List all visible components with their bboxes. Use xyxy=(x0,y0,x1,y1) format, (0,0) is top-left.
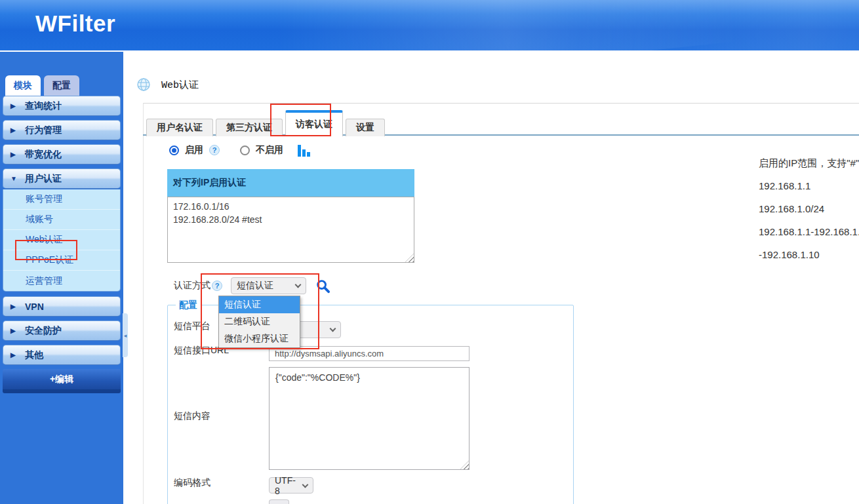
tab-guest-auth[interactable]: 访客认证 xyxy=(285,110,343,136)
arrow-right-icon: ▶ xyxy=(10,126,18,134)
auth-method-selected: 短信认证 xyxy=(237,280,273,292)
dropdown-option-wechat-mini[interactable]: 微信小程序认证 xyxy=(219,330,300,347)
sidebar-item-label: 查询统计 xyxy=(25,100,62,112)
page-title-row: Web认证 xyxy=(137,78,199,91)
sidebar-item-label: 域账号 xyxy=(26,214,53,225)
sidebar-item-label: Web认证 xyxy=(26,234,63,246)
auth-method-row: 认证方式 ? 短信认证 xyxy=(174,277,330,294)
sidebar-item-label: 其他 xyxy=(25,349,43,361)
chevron-down-icon xyxy=(330,326,336,332)
sidebar-item-label: 行为管理 xyxy=(25,125,62,136)
sidebar-item-label: 运营管理 xyxy=(26,275,62,287)
sidebar-item-behavior-mgmt[interactable]: ▶ 行为管理 xyxy=(3,120,121,140)
sidebar-item-account-mgmt[interactable]: 账号管理 xyxy=(3,189,120,210)
enable-radio-label: 启用 xyxy=(185,144,203,156)
main-content: Web认证 用户名认证 第三方认证 访客认证 设置 启用 ? 不启用 对下列IP… xyxy=(131,50,859,504)
tab-settings[interactable]: 设置 xyxy=(346,119,385,136)
sidebar-item-web-auth[interactable]: Web认证 xyxy=(3,230,120,250)
help-line: 192.168.1.1 xyxy=(759,180,859,189)
edit-menu-button[interactable]: +编辑 xyxy=(3,369,121,393)
sidebar-item-label: 安全防护 xyxy=(25,325,62,337)
arrow-right-icon: ▶ xyxy=(10,151,18,158)
sidebar-item-vpn[interactable]: ▶ VPN xyxy=(3,296,121,317)
chevron-down-icon xyxy=(295,282,302,288)
auth-method-select[interactable]: 短信认证 xyxy=(231,277,306,294)
tab-thirdparty-auth[interactable]: 第三方认证 xyxy=(216,119,283,136)
tabstrip: 用户名认证 第三方认证 访客认证 设置 xyxy=(146,110,385,136)
arrow-right-icon: ▶ xyxy=(10,102,18,109)
question-glyph: ? xyxy=(215,282,220,290)
page-title: Web认证 xyxy=(161,79,199,91)
sidebar-item-query-stats[interactable]: ▶ 查询统计 xyxy=(3,96,121,116)
sidebar-item-pppoe-auth[interactable]: PPPoE认证 xyxy=(3,250,120,271)
sidebar-item-label: PPPoE认证 xyxy=(26,254,73,266)
auth-method-label: 认证方式 xyxy=(174,280,210,292)
help-line: 启用的IP范围，支持"#"注 xyxy=(759,157,859,166)
collapse-arrow-icon: ◂ xyxy=(124,332,127,339)
disable-radio[interactable] xyxy=(240,145,250,155)
sidebar-collapse-handle[interactable]: ◂ xyxy=(123,313,128,357)
sms-content-label: 短信内容 xyxy=(174,410,210,422)
sidebar-item-label: 账号管理 xyxy=(26,193,62,205)
arrow-down-icon: ▼ xyxy=(10,175,18,182)
sms-platform-label: 短信平台 xyxy=(174,320,210,332)
bar-chart-icon[interactable] xyxy=(296,143,310,157)
auth-method-dropdown: 短信认证 二维码认证 微信小程序认证 xyxy=(218,296,300,348)
sidebar-item-domain-account[interactable]: 域账号 xyxy=(3,210,120,230)
enable-radio[interactable] xyxy=(169,145,179,155)
help-line: -192.168.1.10 xyxy=(759,249,859,258)
sidebar-submenu-user-auth: 账号管理 域账号 Web认证 PPPoE认证 运营管理 xyxy=(3,189,121,292)
help-line: 192.168.1.0/24 xyxy=(759,203,859,212)
arrow-right-icon: ▶ xyxy=(10,351,18,359)
encoding-label: 编码格式 xyxy=(174,477,210,489)
arrow-right-icon: ▶ xyxy=(10,327,18,334)
sidebar-tab-config[interactable]: 配置 xyxy=(44,75,79,96)
sidebar-item-operation-mgmt[interactable]: 运营管理 xyxy=(3,271,120,291)
globe-icon xyxy=(137,78,150,91)
ip-section-header: 对下列IP启用认证 xyxy=(167,169,414,197)
ip-range-textarea[interactable]: 172.16.0.1/16 192.168.28.0/24 #test xyxy=(167,197,414,263)
config-legend: 配置 xyxy=(176,300,201,311)
sms-url-input[interactable] xyxy=(269,346,469,361)
enable-radio-group: 启用 ? 不启用 xyxy=(169,143,310,157)
sidebar: 模块 配置 ▶ 查询统计 ▶ 行为管理 ▶ 带宽优化 ▼ 用户认证 账号管理 域… xyxy=(0,50,123,504)
sidebar-item-bandwidth[interactable]: ▶ 带宽优化 xyxy=(3,144,121,165)
sidebar-item-label: 带宽优化 xyxy=(25,149,62,161)
brand-logo: WFilter xyxy=(35,10,115,37)
help-icon[interactable]: ? xyxy=(212,281,222,291)
arrow-right-icon: ▶ xyxy=(10,303,18,310)
tab-username-auth[interactable]: 用户名认证 xyxy=(146,119,213,136)
dropdown-option-sms[interactable]: 短信认证 xyxy=(219,296,300,313)
search-icon[interactable] xyxy=(315,279,330,294)
help-icon[interactable]: ? xyxy=(209,145,220,155)
top-banner: WFilter xyxy=(0,0,859,50)
banner-streak xyxy=(574,0,859,50)
sidebar-item-user-auth[interactable]: ▼ 用户认证 xyxy=(3,168,121,189)
dropdown-option-qrcode[interactable]: 二维码认证 xyxy=(219,313,300,330)
sidebar-item-others[interactable]: ▶ 其他 xyxy=(3,345,121,365)
disable-radio-label: 不启用 xyxy=(256,144,283,156)
sidebar-menu: ▶ 查询统计 ▶ 行为管理 ▶ 带宽优化 ▼ 用户认证 账号管理 域账号 Web… xyxy=(3,96,121,393)
partial-control[interactable] xyxy=(269,499,289,504)
question-glyph: ? xyxy=(212,146,217,154)
encoding-selected: UTF-8 xyxy=(275,475,298,496)
sidebar-item-security[interactable]: ▶ 安全防护 xyxy=(3,320,121,341)
sidebar-item-label: 用户认证 xyxy=(25,173,62,185)
sidebar-tab-modules[interactable]: 模块 xyxy=(5,75,41,96)
help-line: 192.168.1.1-192.168.1.2 xyxy=(759,226,859,235)
ip-help-panel: 启用的IP范围，支持"#"注 192.168.1.1 192.168.1.0/2… xyxy=(759,157,859,272)
sms-content-textarea[interactable]: {"code":"%CODE%"} xyxy=(269,367,469,470)
sidebar-tabs: 模块 配置 xyxy=(5,75,79,96)
chevron-down-icon xyxy=(302,481,309,488)
encoding-select[interactable]: UTF-8 xyxy=(269,477,313,494)
sidebar-item-label: VPN xyxy=(25,301,44,312)
